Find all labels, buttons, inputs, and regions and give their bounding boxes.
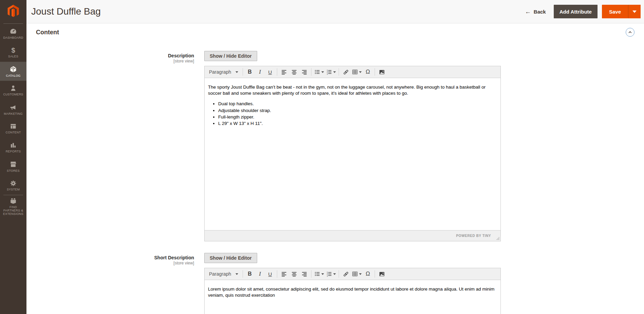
- link-icon: [343, 69, 349, 75]
- editor-resize-handle[interactable]: [496, 237, 499, 240]
- collapse-section-button[interactable]: [626, 28, 634, 37]
- bold-button[interactable]: B: [245, 269, 255, 279]
- short-description-field-row: Short Description [store view] Show / Hi…: [36, 253, 634, 314]
- underline-button[interactable]: U: [265, 67, 275, 77]
- description-label-col: Description [store view]: [36, 51, 204, 241]
- block-format-select[interactable]: Paragraph: [206, 67, 241, 77]
- align-center-icon: [291, 69, 297, 75]
- image-icon: [379, 69, 385, 75]
- sidebar-item-content[interactable]: CONTENT: [0, 119, 26, 138]
- numbered-list-button[interactable]: 1 2 3: [325, 67, 337, 77]
- save-button[interactable]: Save: [602, 5, 628, 18]
- italic-button[interactable]: I: [255, 67, 265, 77]
- page-title: Joust Duffle Bag: [31, 6, 525, 17]
- underline-button[interactable]: U: [265, 269, 275, 279]
- magento-logo-icon: [6, 4, 20, 20]
- sidebar-item-label: CONTENT: [5, 131, 22, 134]
- description-editor-statusbar: POWERED BY TINY: [205, 230, 500, 241]
- reports-icon: [10, 142, 17, 149]
- description-bullet-list: Dual top handles. Adjustable shoulder st…: [208, 101, 497, 127]
- short-description-label: Short Description: [36, 255, 194, 260]
- numbered-list-button[interactable]: 1 2 3: [325, 269, 337, 279]
- align-left-button[interactable]: [279, 67, 289, 77]
- chevron-down-icon: [359, 273, 362, 275]
- add-attribute-button[interactable]: Add Attribute: [554, 5, 598, 18]
- sidebar-item-label: SYSTEM: [6, 188, 20, 191]
- italic-button[interactable]: I: [255, 269, 265, 279]
- short-description-editor-body[interactable]: Lorem ipsum dolor sit amet, consectetur …: [205, 280, 500, 314]
- sidebar-item-customers[interactable]: CUSTOMERS: [0, 81, 26, 100]
- sidebar-item-label: FIND PARTNERS & EXTENSIONS: [0, 205, 26, 216]
- bullet-item: Full-length zipper.: [218, 114, 497, 120]
- insert-image-button[interactable]: [377, 269, 387, 279]
- bold-icon: B: [248, 271, 252, 277]
- description-label: Description: [36, 53, 194, 58]
- system-icon: [10, 180, 17, 187]
- underline-icon: U: [268, 271, 272, 277]
- sidebar-item-catalog[interactable]: CATALOG: [0, 62, 26, 81]
- short-description-wysiwyg-editor: Paragraph B I U: [204, 268, 501, 314]
- special-character-button[interactable]: Ω: [363, 269, 373, 279]
- align-left-icon: [281, 69, 287, 75]
- sidebar-item-label: DASHBOARD: [3, 36, 24, 39]
- svg-text:3: 3: [327, 275, 328, 277]
- sidebar-item-stores[interactable]: STORES: [0, 157, 26, 176]
- main-content: Content Description [store view] Show / …: [26, 24, 644, 314]
- insert-table-button[interactable]: [351, 67, 363, 77]
- sidebar-item-reports[interactable]: REPORTS: [0, 138, 26, 157]
- bold-button[interactable]: B: [245, 67, 255, 77]
- insert-link-button[interactable]: [341, 67, 351, 77]
- header-actions: ← Back Add Attribute Save: [525, 5, 641, 18]
- bullet-list-icon: [314, 271, 320, 277]
- description-wysiwyg-editor: Paragraph B I U: [204, 66, 501, 241]
- save-options-toggle[interactable]: [628, 5, 641, 18]
- short-description-editor-toolbar: Paragraph B I U: [205, 268, 500, 280]
- sidebar-item-label: STORES: [6, 169, 20, 172]
- description-show-hide-editor-button[interactable]: Show / Hide Editor: [204, 51, 257, 61]
- align-right-button[interactable]: [299, 67, 309, 77]
- sidebar-item-label: MARKETING: [3, 112, 23, 115]
- bullet-list-button[interactable]: [313, 269, 325, 279]
- block-format-select[interactable]: Paragraph: [206, 269, 241, 279]
- stores-icon: [10, 161, 17, 168]
- image-icon: [379, 271, 385, 277]
- numbered-list-icon: 1 2 3: [326, 271, 332, 277]
- find-partners-icon: [10, 197, 17, 204]
- sidebar-item-find-partners[interactable]: FIND PARTNERS & EXTENSIONS: [0, 195, 26, 217]
- insert-link-button[interactable]: [341, 269, 351, 279]
- content-icon: [10, 123, 17, 130]
- insert-table-button[interactable]: [351, 269, 363, 279]
- back-label: Back: [534, 9, 546, 15]
- description-editor-body[interactable]: The sporty Joust Duffle Bag can't be bea…: [205, 78, 500, 230]
- chevron-down-icon: [333, 71, 336, 73]
- align-center-icon: [291, 271, 297, 277]
- description-field-row: Description [store view] Show / Hide Edi…: [36, 51, 634, 241]
- chevron-down-icon: [321, 273, 324, 275]
- back-button[interactable]: ← Back: [525, 8, 546, 15]
- sidebar-item-label: CUSTOMERS: [2, 93, 24, 96]
- insert-image-button[interactable]: [377, 67, 387, 77]
- special-character-button[interactable]: Ω: [363, 67, 373, 77]
- sidebar-item-label: CATALOG: [5, 74, 21, 77]
- sidebar-item-system[interactable]: SYSTEM: [0, 176, 26, 195]
- numbered-list-icon: 1 2 3: [326, 69, 332, 75]
- short-description-paragraph: Lorem ipsum dolor sit amet, consectetur …: [208, 286, 497, 298]
- align-right-button[interactable]: [299, 269, 309, 279]
- sidebar-item-sales[interactable]: $ SALES: [0, 43, 26, 62]
- bullet-list-button[interactable]: [313, 67, 325, 77]
- sidebar-item-dashboard[interactable]: DASHBOARD: [0, 24, 26, 43]
- sidebar-item-marketing[interactable]: MARKETING: [0, 100, 26, 119]
- short-description-show-hide-editor-button[interactable]: Show / Hide Editor: [204, 253, 257, 263]
- content-section-header[interactable]: Content: [36, 28, 634, 37]
- align-center-button[interactable]: [289, 67, 299, 77]
- align-center-button[interactable]: [289, 269, 299, 279]
- admin-sidebar: DASHBOARD $ SALES CATALOG CUSTOMERS: [0, 0, 26, 314]
- table-icon: [352, 271, 358, 277]
- short-description-scope: [store view]: [36, 261, 194, 265]
- chevron-down-icon: [235, 273, 238, 275]
- sidebar-item-label: REPORTS: [5, 150, 22, 153]
- align-left-button[interactable]: [279, 269, 289, 279]
- magento-logo[interactable]: [0, 0, 26, 23]
- powered-by-tiny-label: POWERED BY TINY: [456, 234, 491, 238]
- caret-down-icon: [632, 11, 637, 13]
